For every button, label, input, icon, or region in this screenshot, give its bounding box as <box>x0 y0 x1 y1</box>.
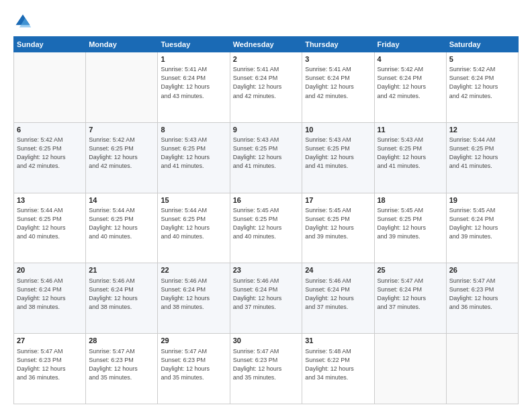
calendar-header: SundayMondayTuesdayWednesdayThursdayFrid… <box>14 37 519 52</box>
weekday-header-sunday: Sunday <box>14 37 86 52</box>
day-number: 1 <box>161 54 226 64</box>
calendar-cell: 20Sunrise: 5:46 AM Sunset: 6:24 PM Dayli… <box>14 263 86 334</box>
calendar-cell: 24Sunrise: 5:46 AM Sunset: 6:24 PM Dayli… <box>302 263 374 334</box>
day-number: 13 <box>17 195 83 205</box>
day-number: 3 <box>305 54 371 64</box>
calendar-cell: 21Sunrise: 5:46 AM Sunset: 6:24 PM Dayli… <box>86 263 158 334</box>
calendar: SundayMondayTuesdayWednesdayThursdayFrid… <box>13 36 519 404</box>
day-info: Sunrise: 5:41 AM Sunset: 6:24 PM Dayligh… <box>161 65 226 100</box>
day-info: Sunrise: 5:44 AM Sunset: 6:25 PM Dayligh… <box>449 136 515 171</box>
day-info: Sunrise: 5:45 AM Sunset: 6:24 PM Dayligh… <box>449 206 515 241</box>
weekday-header-thursday: Thursday <box>302 37 374 52</box>
calendar-week-1: 1Sunrise: 5:41 AM Sunset: 6:24 PM Daylig… <box>14 52 519 123</box>
calendar-week-3: 13Sunrise: 5:44 AM Sunset: 6:25 PM Dayli… <box>14 193 519 263</box>
calendar-cell: 15Sunrise: 5:44 AM Sunset: 6:25 PM Dayli… <box>158 193 230 263</box>
day-number: 6 <box>17 125 83 135</box>
day-number: 8 <box>161 125 226 135</box>
day-info: Sunrise: 5:45 AM Sunset: 6:25 PM Dayligh… <box>305 206 371 241</box>
calendar-cell <box>446 334 518 404</box>
day-number: 12 <box>449 125 515 135</box>
day-number: 15 <box>161 195 226 205</box>
day-number: 14 <box>89 195 154 205</box>
day-info: Sunrise: 5:42 AM Sunset: 6:24 PM Dayligh… <box>449 65 515 100</box>
day-info: Sunrise: 5:47 AM Sunset: 6:23 PM Dayligh… <box>17 347 83 382</box>
day-info: Sunrise: 5:43 AM Sunset: 6:25 PM Dayligh… <box>305 136 371 171</box>
day-info: Sunrise: 5:45 AM Sunset: 6:25 PM Dayligh… <box>378 206 443 241</box>
calendar-week-4: 20Sunrise: 5:46 AM Sunset: 6:24 PM Dayli… <box>14 263 519 334</box>
day-number: 29 <box>161 336 226 346</box>
day-info: Sunrise: 5:42 AM Sunset: 6:25 PM Dayligh… <box>17 136 83 171</box>
calendar-cell: 6Sunrise: 5:42 AM Sunset: 6:25 PM Daylig… <box>14 122 86 193</box>
day-number: 11 <box>378 125 443 135</box>
weekday-header-monday: Monday <box>86 37 158 52</box>
day-number: 7 <box>89 125 154 135</box>
calendar-cell: 26Sunrise: 5:47 AM Sunset: 6:23 PM Dayli… <box>446 263 518 334</box>
day-number: 31 <box>305 336 371 346</box>
calendar-cell: 25Sunrise: 5:47 AM Sunset: 6:24 PM Dayli… <box>374 263 446 334</box>
calendar-cell: 4Sunrise: 5:42 AM Sunset: 6:24 PM Daylig… <box>374 52 446 123</box>
calendar-cell: 17Sunrise: 5:45 AM Sunset: 6:25 PM Dayli… <box>302 193 374 263</box>
calendar-cell: 27Sunrise: 5:47 AM Sunset: 6:23 PM Dayli… <box>14 334 86 404</box>
day-info: Sunrise: 5:47 AM Sunset: 6:23 PM Dayligh… <box>89 347 154 382</box>
day-number: 19 <box>449 195 515 205</box>
day-info: Sunrise: 5:46 AM Sunset: 6:24 PM Dayligh… <box>161 277 226 312</box>
day-info: Sunrise: 5:45 AM Sunset: 6:25 PM Dayligh… <box>233 206 299 241</box>
logo-icon <box>13 12 32 31</box>
day-number: 25 <box>378 265 443 275</box>
calendar-week-5: 27Sunrise: 5:47 AM Sunset: 6:23 PM Dayli… <box>14 334 519 404</box>
calendar-cell: 23Sunrise: 5:46 AM Sunset: 6:24 PM Dayli… <box>230 263 302 334</box>
day-number: 30 <box>233 336 299 346</box>
day-number: 9 <box>233 125 299 135</box>
day-number: 26 <box>449 265 515 275</box>
day-info: Sunrise: 5:43 AM Sunset: 6:25 PM Dayligh… <box>233 136 299 171</box>
calendar-cell <box>14 52 86 123</box>
weekday-header-wednesday: Wednesday <box>230 37 302 52</box>
calendar-cell: 29Sunrise: 5:47 AM Sunset: 6:23 PM Dayli… <box>158 334 230 404</box>
day-info: Sunrise: 5:46 AM Sunset: 6:24 PM Dayligh… <box>233 277 299 312</box>
day-number: 17 <box>305 195 371 205</box>
day-info: Sunrise: 5:42 AM Sunset: 6:25 PM Dayligh… <box>89 136 154 171</box>
day-info: Sunrise: 5:41 AM Sunset: 6:24 PM Dayligh… <box>233 65 299 100</box>
day-number: 27 <box>17 336 83 346</box>
day-info: Sunrise: 5:46 AM Sunset: 6:24 PM Dayligh… <box>89 277 154 312</box>
calendar-cell: 31Sunrise: 5:48 AM Sunset: 6:22 PM Dayli… <box>302 334 374 404</box>
weekday-header-saturday: Saturday <box>446 37 518 52</box>
day-info: Sunrise: 5:44 AM Sunset: 6:25 PM Dayligh… <box>161 206 226 241</box>
day-number: 10 <box>305 125 371 135</box>
calendar-cell: 16Sunrise: 5:45 AM Sunset: 6:25 PM Dayli… <box>230 193 302 263</box>
day-info: Sunrise: 5:42 AM Sunset: 6:24 PM Dayligh… <box>378 65 443 100</box>
page: SundayMondayTuesdayWednesdayThursdayFrid… <box>0 0 532 411</box>
calendar-cell: 1Sunrise: 5:41 AM Sunset: 6:24 PM Daylig… <box>158 52 230 123</box>
calendar-cell: 7Sunrise: 5:42 AM Sunset: 6:25 PM Daylig… <box>86 122 158 193</box>
calendar-week-2: 6Sunrise: 5:42 AM Sunset: 6:25 PM Daylig… <box>14 122 519 193</box>
calendar-cell: 18Sunrise: 5:45 AM Sunset: 6:25 PM Dayli… <box>374 193 446 263</box>
day-info: Sunrise: 5:47 AM Sunset: 6:23 PM Dayligh… <box>449 277 515 312</box>
weekday-header-friday: Friday <box>374 37 446 52</box>
day-info: Sunrise: 5:44 AM Sunset: 6:25 PM Dayligh… <box>17 206 83 241</box>
day-number: 16 <box>233 195 299 205</box>
calendar-cell: 30Sunrise: 5:47 AM Sunset: 6:23 PM Dayli… <box>230 334 302 404</box>
logo <box>13 12 35 31</box>
calendar-cell: 9Sunrise: 5:43 AM Sunset: 6:25 PM Daylig… <box>230 122 302 193</box>
header <box>13 12 519 31</box>
day-number: 5 <box>449 54 515 64</box>
day-number: 21 <box>89 265 154 275</box>
calendar-cell: 14Sunrise: 5:44 AM Sunset: 6:25 PM Dayli… <box>86 193 158 263</box>
day-number: 2 <box>233 54 299 64</box>
day-info: Sunrise: 5:41 AM Sunset: 6:24 PM Dayligh… <box>305 65 371 100</box>
day-number: 23 <box>233 265 299 275</box>
calendar-cell: 12Sunrise: 5:44 AM Sunset: 6:25 PM Dayli… <box>446 122 518 193</box>
day-number: 22 <box>161 265 226 275</box>
calendar-cell: 10Sunrise: 5:43 AM Sunset: 6:25 PM Dayli… <box>302 122 374 193</box>
calendar-cell: 13Sunrise: 5:44 AM Sunset: 6:25 PM Dayli… <box>14 193 86 263</box>
day-info: Sunrise: 5:43 AM Sunset: 6:25 PM Dayligh… <box>378 136 443 171</box>
day-info: Sunrise: 5:43 AM Sunset: 6:25 PM Dayligh… <box>161 136 226 171</box>
day-number: 18 <box>378 195 443 205</box>
day-info: Sunrise: 5:48 AM Sunset: 6:22 PM Dayligh… <box>305 347 371 382</box>
calendar-cell: 22Sunrise: 5:46 AM Sunset: 6:24 PM Dayli… <box>158 263 230 334</box>
calendar-body: 1Sunrise: 5:41 AM Sunset: 6:24 PM Daylig… <box>14 52 519 404</box>
weekday-row: SundayMondayTuesdayWednesdayThursdayFrid… <box>14 37 519 52</box>
day-info: Sunrise: 5:47 AM Sunset: 6:23 PM Dayligh… <box>233 347 299 382</box>
calendar-cell: 11Sunrise: 5:43 AM Sunset: 6:25 PM Dayli… <box>374 122 446 193</box>
calendar-cell: 28Sunrise: 5:47 AM Sunset: 6:23 PM Dayli… <box>86 334 158 404</box>
